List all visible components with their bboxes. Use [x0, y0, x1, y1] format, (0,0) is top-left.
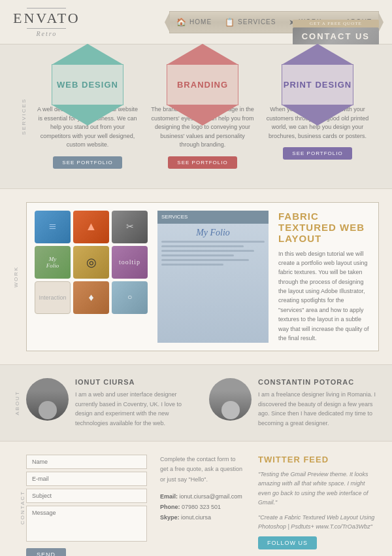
work-preview-inner: SERVICES My Folio — [157, 211, 269, 343]
hex-webdesign: WEB DESIGN — [52, 64, 123, 105]
work-content: ≡ ▲ ✂ MyFolio ◎ tooltip Interaction ♦ ○ … — [26, 202, 379, 352]
thumb-5[interactable]: ◎ — [73, 246, 109, 279]
preview-line-3 — [161, 250, 254, 252]
hex-printdesign: PRINT DESIGN — [282, 64, 353, 105]
contact-intro: Complete the contact form to get a free … — [160, 455, 245, 485]
thumb-8[interactable]: ♦ — [73, 281, 109, 314]
services-label: SERVICES — [21, 98, 27, 135]
services-grid: WEB DESIGN A well designed and functiona… — [26, 64, 379, 169]
services-section: SERVICES WEB DESIGN A well designed and … — [0, 44, 392, 188]
twitter-section: TWITTER FEED "Testing the Gmail Preview … — [258, 455, 379, 556]
work-thumbnails: ≡ ▲ ✂ MyFolio ◎ tooltip Interaction ♦ ○ — [35, 211, 148, 343]
work-desc-text: In this web design tutorial we will crea… — [278, 249, 370, 343]
preview-line-4 — [161, 254, 234, 256]
work-description: FABRIC TEXTURED WEB LAYOUT In this web d… — [278, 211, 370, 343]
about-section: ABOUT IONUT CIURSA I am a web and user i… — [0, 365, 392, 441]
name-input[interactable] — [26, 455, 147, 469]
contact-phone: Phone: 07980 323 501 — [160, 502, 245, 512]
logo-title: ENVATO — [13, 10, 80, 27]
contact-form: SEND — [26, 455, 147, 556]
preview-bar-text: SERVICES — [161, 214, 188, 220]
preview-line-5 — [161, 259, 249, 261]
preview-body: My Folio — [157, 224, 269, 343]
work-title: FABRIC TEXTURED WEB LAYOUT — [278, 211, 370, 244]
logo-divider-2 — [27, 28, 66, 29]
branding-portfolio-btn[interactable]: SEE PORTFOLIO — [168, 156, 237, 169]
service-card-printdesign: PRINT DESIGN When you need to connect wi… — [265, 64, 370, 169]
printdesign-portfolio-btn[interactable]: SEE PORTFOLIO — [283, 147, 351, 160]
twitter-title: TWITTER FEED — [258, 455, 379, 464]
header: ENVATO Retro 🏠 HOME 📋 SERVICES ➤ WORK ☁ … — [0, 0, 392, 44]
thumb-3[interactable]: ✂ — [112, 211, 148, 243]
thumb-7[interactable]: Interaction — [35, 281, 71, 314]
about-info-2: CONSTANTIN POTORAC I am a freelance desi… — [258, 378, 379, 428]
hex-branding: BRANDING — [167, 64, 238, 105]
about-label: ABOUT — [14, 391, 20, 415]
follow-button[interactable]: FOLLOW US — [258, 536, 317, 549]
contact-email: Email: ionut.ciursa@gmail.com — [160, 491, 245, 502]
contact-skype: Skype: ionut.ciursa — [160, 512, 245, 523]
tweet-2: "Create a Fabric Textured Web Layout Usi… — [258, 513, 379, 532]
about-name-1: IONUT CIURSA — [75, 378, 196, 386]
logo: ENVATO Retro — [13, 7, 80, 37]
preview-bar: SERVICES — [157, 211, 269, 224]
preview-line-6 — [161, 264, 223, 266]
services-icon: 📋 — [225, 18, 235, 27]
thumb-9[interactable]: ○ — [112, 281, 148, 314]
work-preview: SERVICES My Folio — [157, 211, 269, 343]
home-icon: 🏠 — [176, 18, 187, 27]
cta-area: get a free quote CONTACT US — [293, 20, 379, 45]
contact-details: Email: ionut.ciursa@gmail.com Phone: 079… — [160, 491, 245, 523]
cta-subtitle: get a free quote — [293, 20, 379, 27]
work-label: WORK — [13, 266, 19, 288]
about-desc-2: I am a freelance designer living in Roma… — [258, 390, 379, 428]
thumb-2[interactable]: ▲ — [73, 211, 109, 243]
about-person-1: IONUT CIURSA I am a web and user interfa… — [26, 378, 196, 428]
about-desc-1: I am a web and user interface designer c… — [75, 390, 196, 428]
about-person-2: CONSTANTIN POTORAC I am a freelance desi… — [209, 378, 379, 428]
send-button[interactable]: SEND — [26, 548, 66, 556]
hex-printdesign-label: PRINT DESIGN — [284, 80, 351, 90]
hex-webdesign-label: WEB DESIGN — [57, 80, 118, 90]
contact-section: CONTACT SEND Complete the contact form t… — [0, 441, 392, 556]
preview-line-1 — [161, 241, 265, 243]
contact-label: CONTACT — [20, 491, 25, 525]
subject-input[interactable] — [26, 489, 147, 503]
service-card-branding: BRANDING The brand represents your image… — [150, 64, 255, 169]
nav-home[interactable]: 🏠 HOME — [170, 14, 218, 30]
person-head-1 — [39, 401, 57, 419]
nav-services[interactable]: 📋 SERVICES — [218, 14, 282, 30]
email-input[interactable] — [26, 472, 147, 486]
avatar-1 — [26, 378, 69, 421]
contact-info: Complete the contact form to get a free … — [160, 455, 245, 556]
preview-logo: My Folio — [161, 228, 265, 238]
contact-us-button[interactable]: CONTACT US — [293, 27, 379, 45]
about-grid: IONUT CIURSA I am a web and user interfa… — [26, 378, 379, 428]
thumb-1[interactable]: ≡ — [35, 211, 71, 243]
nav-home-label: HOME — [189, 18, 212, 26]
contact-grid: SEND Complete the contact form to get a … — [26, 455, 379, 556]
nav-services-label: SERVICES — [238, 18, 276, 26]
tweet-1: "Testing the Gmail Preview theme. It loo… — [258, 470, 379, 508]
logo-divider — [27, 8, 66, 9]
avatar-2 — [209, 378, 252, 421]
message-textarea[interactable] — [26, 506, 147, 542]
work-section: WORK ≡ ▲ ✂ MyFolio ◎ tooltip Interaction… — [0, 188, 392, 366]
about-info-1: IONUT CIURSA I am a web and user interfa… — [75, 378, 196, 428]
thumb-4[interactable]: MyFolio — [35, 246, 71, 279]
service-card-webdesign: WEB DESIGN A well designed and functiona… — [35, 64, 140, 169]
thumb-6[interactable]: tooltip — [112, 246, 148, 279]
preview-line-2 — [161, 245, 244, 247]
logo-subtitle: Retro — [36, 30, 57, 37]
webdesign-portfolio-btn[interactable]: SEE PORTFOLIO — [53, 156, 122, 169]
hex-branding-label: BRANDING — [177, 80, 228, 90]
about-name-2: CONSTANTIN POTORAC — [258, 378, 379, 386]
person-head-2 — [221, 401, 240, 419]
